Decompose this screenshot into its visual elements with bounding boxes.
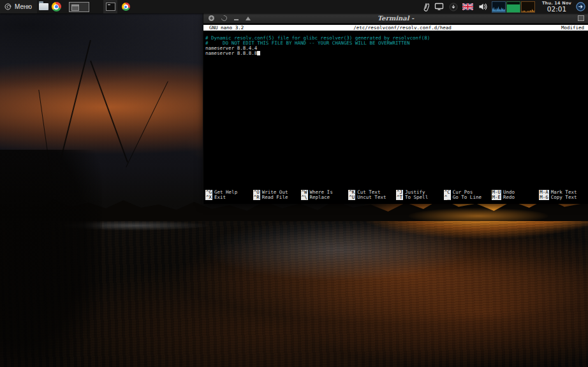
editor-line: nameserver 8.8.8.8 (205, 51, 588, 56)
editor-line: nameserver 8.8.4.4 (205, 46, 588, 51)
network-graph[interactable] (521, 1, 535, 13)
download-icon[interactable] (448, 2, 459, 12)
volume-icon[interactable] (478, 2, 488, 12)
pager-window-thumbnail (71, 4, 79, 11)
shortcut-row: ^GGet Help ^OWrite Out ^WWhere Is ^KCut … (205, 190, 587, 195)
chrome-icon (122, 3, 130, 11)
keyboard-layout-flag-gb[interactable] (462, 2, 474, 12)
file-manager-launcher[interactable] (37, 0, 50, 13)
circle-arrow-icon (576, 2, 585, 11)
window-title: Terminal - (203, 15, 588, 22)
memory-graph[interactable] (506, 1, 520, 13)
clipboard-icon[interactable] (420, 2, 430, 12)
shortcut-undo[interactable]: M-UUndo (492, 190, 540, 195)
editor-line: # DO NOT EDIT THIS FILE BY HAND -- YOUR … (205, 41, 588, 46)
chrome-icon (52, 2, 61, 11)
titlebar-right-buttons (578, 15, 588, 21)
panel-clock[interactable]: Thu. 14 Nov 02:01 (542, 1, 571, 13)
chrome-launcher[interactable] (50, 0, 62, 13)
editor-buffer: # Dynamic resolv.conf(5) file for glibc … (203, 36, 588, 56)
system-tray (420, 2, 488, 12)
shortcut-mark-text[interactable]: M-AMark Text (539, 190, 587, 195)
nano-titlebar: GNU nano 3.2 /etc/resolvconf/resolv.conf… (203, 25, 588, 31)
nano-filename: /etc/resolvconf/resolv.conf.d/head (244, 25, 561, 31)
window-maximize-button[interactable] (246, 17, 251, 20)
terminal-content[interactable]: GNU nano 3.2 /etc/resolvconf/resolv.conf… (203, 24, 588, 204)
shortcut-to-spell[interactable]: ^TTo Spell (396, 195, 444, 200)
window-sticky-button[interactable] (220, 14, 228, 22)
menu-label: Меню (15, 3, 32, 10)
debian-swirl-icon (4, 3, 12, 11)
shortcut-row: ^XExit ^RRead File ^\Replace ^UUncut Tex… (205, 195, 587, 200)
terminal-icon (106, 3, 115, 11)
shortcut-replace[interactable]: ^\Replace (301, 195, 349, 200)
window-minimize-button[interactable] (234, 19, 239, 20)
sunset-glow (408, 208, 548, 224)
shortcut-where-is[interactable]: ^WWhere Is (301, 190, 349, 195)
editor-line-text: nameserver 8.8.8.8 (205, 50, 257, 56)
tree-silhouette (0, 150, 102, 367)
window-close-button[interactable] (578, 15, 584, 21)
shortcut-write-out[interactable]: ^OWrite Out (253, 190, 301, 195)
nano-modified-flag: Modified (561, 25, 588, 31)
shortcut-exit[interactable]: ^XExit (205, 195, 253, 200)
task-button-chrome[interactable] (119, 0, 133, 13)
workspace-pager[interactable] (69, 2, 89, 12)
clock-time: 02:01 (542, 6, 571, 13)
top-panel: Меню (0, 0, 588, 13)
task-button-terminal[interactable] (103, 0, 117, 13)
folder-icon (39, 3, 48, 10)
applications-menu-button[interactable]: Меню (0, 0, 37, 13)
panel-action-button[interactable] (575, 1, 586, 13)
shortcut-justify[interactable]: ^JJustify (396, 190, 444, 195)
shortcut-cut-text[interactable]: ^KCut Text (348, 190, 396, 195)
display-icon[interactable] (434, 2, 445, 12)
nano-shortcut-bar: ^GGet Help ^OWrite Out ^WWhere Is ^KCut … (205, 190, 587, 200)
shortcut-read-file[interactable]: ^RRead File (253, 195, 301, 200)
shortcut-redo[interactable]: M-ERedo (492, 195, 540, 200)
shortcut-cur-pos[interactable]: ^CCur Pos (444, 190, 492, 195)
text-cursor (257, 51, 260, 55)
terminal-window: Terminal - GNU nano 3.2 /etc/resolvconf/… (203, 13, 588, 204)
shortcut-copy-text[interactable]: M-6Copy Text (539, 195, 587, 200)
titlebar-left-buttons (203, 15, 251, 21)
shortcut-get-help[interactable]: ^GGet Help (205, 190, 253, 195)
shortcut-uncut-text[interactable]: ^UUncut Text (348, 195, 396, 200)
shortcut-go-to-line[interactable]: ^_Go To Line (444, 195, 492, 200)
cpu-graph[interactable] (492, 1, 506, 13)
nano-version: GNU nano 3.2 (203, 25, 244, 31)
window-menu-button[interactable] (209, 15, 214, 21)
system-monitors (492, 1, 535, 13)
terminal-titlebar[interactable]: Terminal - (203, 13, 588, 24)
